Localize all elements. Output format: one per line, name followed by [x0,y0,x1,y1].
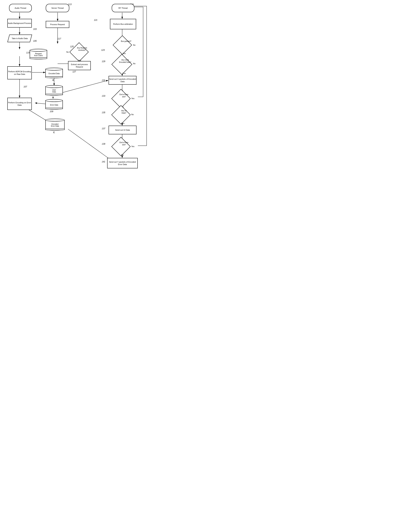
label-127: 127 [72,70,76,73]
yes-encoded-label: Yes [122,72,126,74]
audio-bg-process-node: Audio Background Process [7,19,32,28]
svg-line-22 [63,80,108,93]
no-ui-data-label: No [131,114,134,115]
diagram-container: 101 Audio Thread 113 Server Thread 119 R… [0,0,157,209]
end-timeslot-2-node: End of timeslot? [111,139,131,153]
yes-bus-label: Yes [122,52,126,54]
user-data-node: UserData [45,85,63,96]
any-request-received-node: Any Requestreceived? [70,45,89,59]
no-encoded-label: No [133,63,135,64]
perform-encoding-error-node: Perform Encoding on Error Data [7,98,32,110]
send-y-packets-node: Send out Y packets of Encoded Error Data [107,158,138,168]
encoded-error-label-c: C [53,131,55,134]
label-115: 115 [26,51,30,54]
send-ui-data-node: Send out UI Data [109,126,136,134]
yes-timeslot2-label: Yes [131,145,134,147]
encoded-data-label-a: A [52,79,54,81]
request-client-node: Requestfrom Client [30,49,47,59]
label-121: 121 [94,19,97,21]
label-109: 109 [50,110,53,113]
label-107: 107 [24,85,27,88]
label-105: 105 [33,40,37,42]
label-135: 135 [102,111,105,114]
perform-adpcm-node: Perform ADPCM Encoding on Raw Data [7,66,32,79]
end-timeslot-1-node: End of timeslot? [111,92,131,106]
label-131: 131 [102,79,105,82]
label-139: 139 [102,143,105,145]
label-123: 123 [101,49,105,51]
label-137: 137 [102,127,105,130]
label-141: 141 [102,160,105,163]
yes-ui-data-label: Yes [121,122,124,124]
audio-thread-node: Audio Thread [9,4,32,12]
perform-bus-arb-node: Perform Bus arbitration [110,19,136,29]
encoded-data-node: Encoded Data [45,68,63,78]
extract-process-node: Extract and process Request [68,61,91,70]
encoded-error-data-node: EncodedError Data [45,119,64,131]
take-in-audio-node: Take in Audio Data [7,35,32,42]
label-133: 133 [102,95,105,97]
no-request-label: No [66,51,69,53]
label-103: 103 [33,28,37,30]
no-bus-label: No [133,44,135,46]
user-data-label-b: B [52,96,54,99]
send-x-packets-node: Send out X packets of Encoded Data [109,76,136,85]
any-ui-data-node: Any UIData? [111,108,131,122]
bus-granted-node: Bus granted? [113,38,132,52]
process-request-node: Process Request [46,21,69,28]
rf-thread-node: RF Thread [112,4,134,12]
label-129: 129 [102,60,105,63]
no-timeslot2-label: No [121,154,124,156]
any-more-encoded-node: Any moreEncoded Data? [111,57,132,72]
yes-timeslot1-label: Yes [131,97,134,100]
error-data-node: Error Data [45,99,63,110]
label-117: 117 [58,38,61,40]
server-thread-node: Server Thread [46,4,69,12]
